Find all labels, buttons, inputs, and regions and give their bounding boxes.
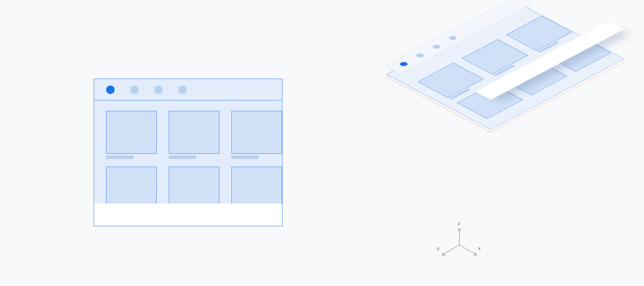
flat-viewport (94, 100, 282, 226)
card (231, 167, 282, 210)
iso-card-grid (401, 12, 612, 123)
card-caption (231, 155, 259, 159)
svg-line-1 (459, 245, 477, 255)
tab-dot-3 (431, 44, 442, 49)
axis-gizmo: z y x (434, 220, 485, 271)
flat-footer-overlay (94, 204, 282, 226)
card (169, 111, 219, 154)
axis-gizmo-icon (434, 220, 485, 271)
flat-browser-window (94, 79, 283, 226)
tab-dot-1 (106, 85, 115, 94)
axis-label-x: x (478, 246, 481, 251)
card (169, 167, 219, 210)
tab-dot-3 (154, 85, 163, 94)
flat-tab-bar (94, 79, 282, 100)
card-caption (169, 155, 196, 159)
flat-card-grid (94, 100, 282, 210)
card (231, 111, 282, 154)
tab-dot-2 (415, 52, 425, 58)
tab-dot-1 (398, 61, 409, 67)
axis-label-y: y (437, 246, 440, 251)
tab-dot-4 (178, 85, 187, 94)
tab-dot-2 (130, 85, 139, 94)
card (106, 167, 157, 210)
tab-dot-4 (447, 35, 458, 41)
svg-line-2 (442, 245, 459, 255)
isometric-view (335, 43, 592, 236)
axis-label-z: z (458, 221, 460, 226)
diagram-canvas: z y x (0, 0, 644, 286)
layer-surface-blue (386, 3, 624, 130)
card (106, 111, 157, 154)
card-caption (106, 155, 134, 159)
